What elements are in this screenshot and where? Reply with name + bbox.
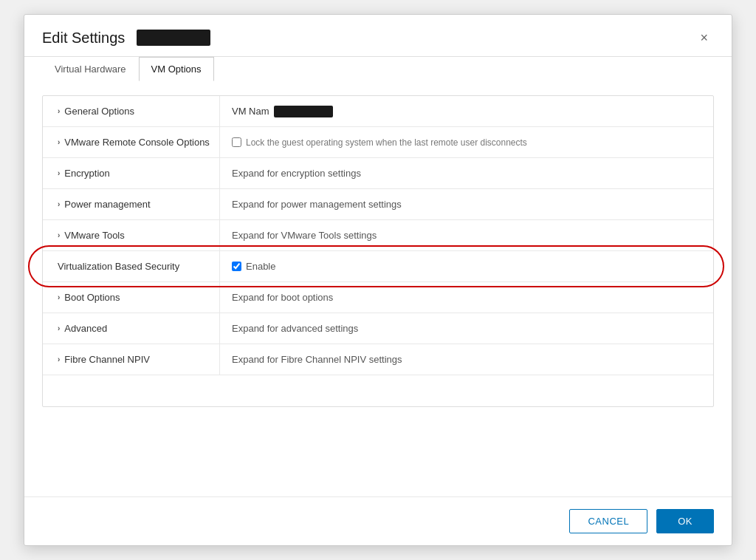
dialog-header: Edit Settings × xyxy=(24,15,732,57)
row-value-boot-options: Expand for boot options xyxy=(220,282,713,313)
redacted-vm-name xyxy=(274,106,333,117)
row-label-general-options[interactable]: › General Options xyxy=(43,96,220,126)
empty-row xyxy=(43,375,713,406)
row-value-power-management: Expand for power management settings xyxy=(220,189,713,219)
table-row: › VMware Tools Expand for VMware Tools s… xyxy=(43,220,713,251)
lock-text-area: Lock the guest operating system when the… xyxy=(232,136,527,149)
row-label-power-management[interactable]: › Power management xyxy=(43,189,220,219)
chevron-right-icon: › xyxy=(58,200,60,208)
row-value-encryption: Expand for encryption settings xyxy=(220,158,713,188)
dialog-title: Edit Settings xyxy=(42,30,125,47)
row-label-encryption[interactable]: › Encryption xyxy=(43,158,220,188)
chevron-right-icon: › xyxy=(58,107,60,115)
table-row: › Advanced Expand for advanced settings xyxy=(43,313,713,344)
lock-checkbox[interactable] xyxy=(232,137,241,147)
table-row: › Boot Options Expand for boot options xyxy=(43,282,713,313)
cancel-button[interactable]: CANCEL xyxy=(569,509,647,533)
dialog-footer: CANCEL OK xyxy=(24,496,732,545)
row-value-advanced: Expand for advanced settings xyxy=(220,313,713,344)
row-label-vmware-tools[interactable]: › VMware Tools xyxy=(43,220,220,250)
dialog-title-area: Edit Settings xyxy=(42,30,210,55)
table-row: › Power management Expand for power mana… xyxy=(43,189,713,220)
vm-name-area: VM Nam xyxy=(232,106,333,117)
row-value-fibre-channel: Expand for Fibre Channel NPIV settings xyxy=(220,344,713,375)
chevron-right-icon: › xyxy=(58,138,60,146)
lock-checkbox-wrap: Lock the guest operating system when the… xyxy=(232,136,527,149)
chevron-right-icon: › xyxy=(58,231,60,239)
table-row: › VMware Remote Console Options Lock the… xyxy=(43,127,713,158)
row-label-boot-options[interactable]: › Boot Options xyxy=(43,282,220,313)
table-row: › Fibre Channel NPIV Expand for Fibre Ch… xyxy=(43,344,713,375)
edit-settings-dialog: Edit Settings × Virtual Hardware VM Opti… xyxy=(24,14,732,546)
chevron-right-icon: › xyxy=(58,293,60,301)
tab-virtual-hardware[interactable]: Virtual Hardware xyxy=(42,57,139,81)
row-label-vbs: Virtualization Based Security xyxy=(43,251,220,281)
settings-table: › General Options VM Nam › VMware Remote… xyxy=(42,95,714,407)
vbs-checkbox-wrap: Enable xyxy=(232,261,275,272)
table-row-vbs: Virtualization Based Security Enable xyxy=(43,251,713,282)
row-label-vmrc[interactable]: › VMware Remote Console Options xyxy=(43,127,220,157)
dialog-body: › General Options VM Nam › VMware Remote… xyxy=(24,81,732,496)
chevron-right-icon: › xyxy=(58,355,60,363)
chevron-right-icon: › xyxy=(58,169,60,177)
tab-vm-options[interactable]: VM Options xyxy=(139,57,214,81)
ok-button[interactable]: OK xyxy=(656,509,714,533)
vbs-enable-checkbox[interactable] xyxy=(232,262,241,271)
close-button[interactable]: × xyxy=(694,28,714,47)
tabs-bar: Virtual Hardware VM Options xyxy=(24,56,732,81)
chevron-right-icon: › xyxy=(58,324,60,332)
table-row: › General Options VM Nam xyxy=(43,96,713,127)
row-label-fibre-channel[interactable]: › Fibre Channel NPIV xyxy=(43,344,220,375)
row-value-vmware-tools: Expand for VMware Tools settings xyxy=(220,220,713,250)
table-row: › Encryption Expand for encryption setti… xyxy=(43,158,713,189)
row-value-vbs: Enable xyxy=(220,251,713,281)
row-value-general-options: VM Nam xyxy=(220,96,713,126)
row-label-advanced[interactable]: › Advanced xyxy=(43,313,220,344)
dialog-subtitle-redacted xyxy=(137,30,210,46)
row-value-vmrc: Lock the guest operating system when the… xyxy=(220,127,713,157)
